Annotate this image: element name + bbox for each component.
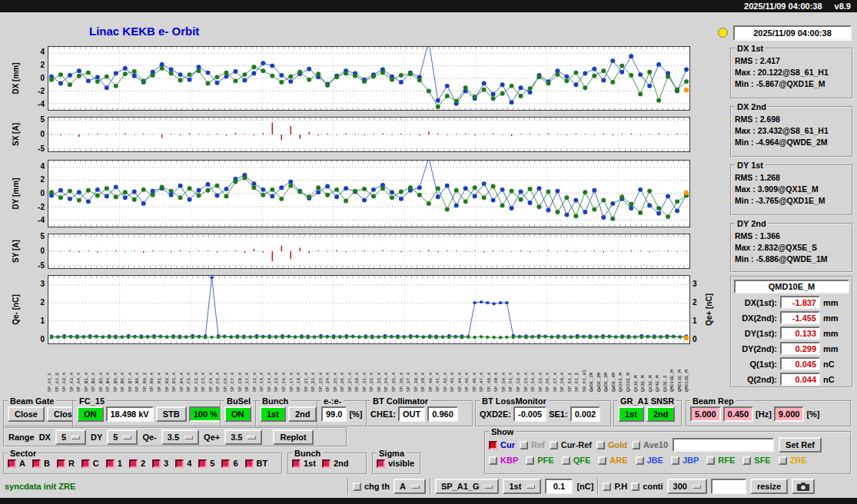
checkbox-box[interactable] [175,459,184,468]
checkbox-box[interactable] [489,456,497,465]
axis-tick-label: 3 [29,280,45,288]
show-kbp-checkbox[interactable]: KBP [489,456,518,465]
bpm-label: SP_49_4 [494,347,499,392]
show-jbp-checkbox[interactable]: JBP [671,456,699,465]
range-qe-plus-select[interactable]: 3.5 [224,429,262,445]
show-jbe-checkbox[interactable]: JBE [636,456,663,465]
checkbox-box[interactable] [106,459,115,468]
chg-th-checkbox[interactable]: chg th [353,482,390,491]
checkbox-box[interactable] [292,459,301,468]
sector-c-checkbox[interactable]: C [81,459,99,468]
sector-6-checkbox[interactable]: 6 [221,459,238,468]
checkbox-box[interactable] [489,441,497,449]
sector-4-checkbox[interactable]: 4 [175,459,191,468]
range-dy-select[interactable]: 5 [107,429,138,445]
checkbox-box[interactable] [520,441,528,449]
fc15-stb-button[interactable]: STB [156,406,187,422]
gr-snsr-1st-button[interactable]: 1st [618,406,644,422]
checkbox-box[interactable] [221,459,230,468]
busel-on-button[interactable]: ON [224,406,251,422]
checkbox-box[interactable] [636,456,644,465]
checkbox-box[interactable] [353,482,361,491]
fc15-on-button[interactable]: ON [77,406,104,422]
replot-button[interactable]: Replot [273,429,313,445]
sector-3-checkbox[interactable]: 3 [152,459,168,468]
resize-button[interactable]: resize [750,479,788,494]
extra-input[interactable] [711,479,746,494]
sigma-visible-checkbox[interactable]: visible [377,459,414,468]
checkbox-label: 1st [304,459,316,468]
show-qfe-checkbox[interactable]: QFE [562,456,591,465]
bpm-label: SP_33_4 [377,347,382,392]
checkbox-box[interactable] [129,459,138,468]
show-cur-checkbox[interactable]: Cur [489,440,515,449]
checkbox-box[interactable] [671,456,679,465]
checkbox-box[interactable] [596,441,605,449]
bunch-1st-button[interactable]: 1st [260,406,286,422]
bunch-2nd-checkbox[interactable]: 2nd [322,459,349,468]
sector-bt-checkbox[interactable]: BT [245,459,268,468]
stats-group-label: DY 2nd [735,219,769,228]
bunch-1st-checkbox[interactable]: 1st [292,459,316,468]
sector-2-checkbox[interactable]: 2 [129,459,145,468]
checkbox-label: SFE [754,456,770,465]
checkbox-box[interactable] [550,441,558,449]
range-dx-select[interactable]: 5 [55,429,86,445]
checkbox-box[interactable] [632,441,640,449]
checkbox-box[interactable] [152,459,161,468]
checkbox-box[interactable] [245,459,254,468]
sector-1-checkbox[interactable]: 1 [106,459,122,468]
bunch-2nd-button[interactable]: 2nd [288,406,317,422]
show-are-checkbox[interactable]: ARE [598,456,627,465]
checkbox-box[interactable] [779,456,787,465]
show-zre-checkbox[interactable]: ZRE [779,456,807,465]
checkbox-box[interactable] [631,482,639,491]
checkbox-box[interactable] [32,459,41,468]
checkbox-box[interactable] [603,482,611,491]
ref-name-input[interactable] [673,438,774,452]
bpm-label: SP_45_4 [465,347,470,392]
checkbox-label: 2nd [334,459,349,468]
checkbox-box[interactable] [322,459,331,468]
checkbox-box[interactable] [81,459,90,468]
checkbox-box[interactable] [598,456,606,465]
show-rfe-checkbox[interactable]: RFE [706,456,735,465]
checkbox-box[interactable] [8,459,16,468]
checkbox-box[interactable] [57,459,65,468]
checkbox-box[interactable] [198,459,207,468]
sector-r-checkbox[interactable]: R [57,459,75,468]
ph-checkbox[interactable]: P.H [603,482,627,491]
beam-gate-close-1-button[interactable]: Close [8,406,45,422]
checkbox-box[interactable] [706,456,715,465]
show-row2-checkboxes: KBPPFEQFEAREJBEJBPRFESFEZRE [489,456,847,465]
axis-tick-label: 3 [693,280,708,288]
interval-select[interactable]: 300 [667,479,707,494]
show-sfe-checkbox[interactable]: SFE [742,456,770,465]
sector-b-checkbox[interactable]: B [32,459,50,468]
threshold-input[interactable]: 0.1 [545,479,573,494]
sector-select[interactable]: A [394,479,426,494]
monitor-select[interactable]: SP_A1_G [435,479,500,494]
checkbox-box[interactable] [562,456,570,465]
gr-snsr-2nd-button[interactable]: 2nd [646,406,676,422]
topbar: 2025/11/09 04:00:38 v8.9 [0,0,857,12]
set-ref-button[interactable]: Set Ref [779,437,822,453]
show-ave10-checkbox[interactable]: Ave10 [632,440,668,449]
bunch-select[interactable]: 1st [503,479,541,494]
snapshot-button[interactable] [792,479,815,494]
range-qe-minus-select[interactable]: 3.5 [161,429,199,445]
show-curref-checkbox[interactable]: Cur-Ref [550,440,592,449]
show-ref-checkbox[interactable]: Ref [520,440,545,449]
checkbox-label: 4 [187,459,191,468]
sector-5-checkbox[interactable]: 5 [198,459,214,468]
checkbox-box[interactable] [742,456,751,465]
checkbox-box[interactable] [526,456,534,465]
sector-a-checkbox[interactable]: A [8,459,25,468]
range-label: Range [8,433,35,442]
dx-axis-label: DX [mm] [12,62,20,94]
conti-checkbox[interactable]: conti [631,482,663,491]
show-gold-checkbox[interactable]: Gold [596,440,627,449]
show-pfe-checkbox[interactable]: PFE [526,456,553,465]
checkbox-box[interactable] [377,459,385,468]
checkbox-label: RFE [718,456,735,465]
